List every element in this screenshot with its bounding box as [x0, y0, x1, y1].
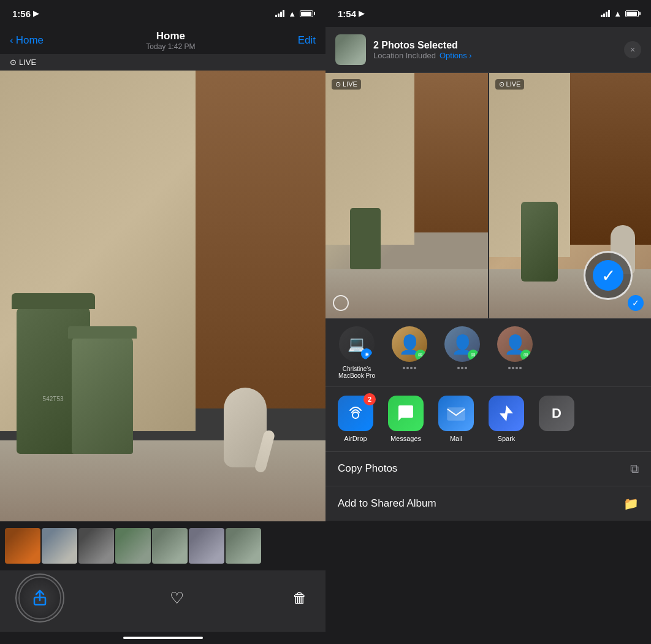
back-button[interactable]: ‹ Home [10, 34, 44, 47]
live-badge-photo1: ⊙ LIVE [332, 79, 361, 90]
right-battery-icon [625, 10, 639, 17]
location-arrow-icon: ▶ [33, 9, 39, 18]
live-label-photo2: ⊙ LIVE [499, 80, 521, 88]
add-shared-album-label: Add to Shared Album [338, 497, 436, 510]
live-bar: ⊙ LIVE [0, 54, 326, 71]
signal-bars-icon [275, 10, 284, 17]
spark-app-icon [489, 396, 524, 431]
shared-album-icon: 📁 [623, 496, 639, 511]
thumbnail-item[interactable] [115, 528, 151, 564]
nav-title-main: Home [146, 30, 195, 42]
delete-button[interactable]: 🗑 [292, 589, 307, 607]
contacts-row: 💻 ◉ Christine'sMacBook Pro 👤 ✉ [326, 318, 651, 386]
svg-point-1 [352, 412, 359, 418]
app-item-airdrop[interactable]: 2 AirDrop [335, 396, 376, 442]
select-circle-checked[interactable]: ✓ [584, 251, 633, 300]
chevron-left-icon: ‹ [10, 34, 13, 47]
message-badge-2: ✉ [468, 350, 479, 361]
right-signal-icon [601, 10, 610, 17]
contact-avatar-macbook: 💻 ◉ [339, 326, 375, 362]
contact-avatar-person1: 👤 ✉ [392, 326, 427, 362]
bottom-toolbar: ♡ 🗑 [0, 570, 326, 632]
airdrop-app-icon: 2 [338, 396, 373, 431]
copy-photos-label: Copy Photos [338, 462, 397, 475]
thumbnail-strip[interactable] [0, 521, 326, 570]
contact-dots-1 [403, 367, 416, 369]
contact-item-person2[interactable]: 👤 ✉ [441, 326, 484, 379]
small-check-icon: ✓ [628, 295, 644, 311]
close-icon: × [630, 45, 635, 55]
message-badge-3: ✉ [520, 350, 531, 361]
message-badge-1: ✉ [415, 350, 426, 361]
more-app-icon: D [539, 396, 574, 431]
copy-icon: ⧉ [630, 462, 639, 476]
photo-grid-item-1[interactable]: ⊙ LIVE [326, 73, 488, 318]
edit-button[interactable]: Edit [298, 34, 316, 47]
left-phone: 1:56 ▶ ▲ ‹ Home Home Today 1:42 PM [0, 0, 326, 644]
right-wifi-icon: ▲ [614, 9, 622, 18]
contact-item-macbook[interactable]: 💻 ◉ Christine'sMacBook Pro [335, 326, 378, 379]
spark-icon [496, 403, 517, 424]
message-icon-2: ✉ [471, 352, 476, 358]
share-options-link[interactable]: Options › [440, 51, 472, 60]
share-subtitle: Location Included Options › [373, 51, 617, 60]
share-button[interactable] [18, 577, 61, 619]
messages-label: Messages [390, 435, 421, 442]
airdrop-label: AirDrop [344, 435, 367, 442]
nav-title-group: Home Today 1:42 PM [146, 30, 195, 51]
time-text: 1:56 [12, 9, 31, 19]
contact-name-macbook: Christine'sMacBook Pro [338, 366, 375, 379]
message-icon-3: ✉ [523, 352, 528, 358]
left-status-bar: 1:56 ▶ ▲ [0, 0, 326, 27]
share-header: 2 Photos Selected Location Included Opti… [326, 27, 651, 73]
checkmark-icon: ✓ [593, 260, 623, 291]
photo-grid-item-2[interactable]: ⊙ LIVE ✓ ✓ [489, 73, 652, 318]
home-indicator [0, 632, 326, 644]
thumbnail-item[interactable] [42, 528, 77, 564]
share-close-button[interactable]: × [624, 41, 641, 58]
contact-item-person1[interactable]: 👤 ✉ [388, 326, 431, 379]
right-status-bar: 1:54 ▶ ▲ [326, 0, 651, 27]
home-bar [123, 637, 203, 639]
wifi-icon: ▲ [288, 9, 296, 18]
thumbnail-item[interactable] [5, 528, 40, 564]
airdrop-waves-icon: ◉ [365, 351, 369, 357]
right-status-icons: ▲ [601, 9, 639, 18]
battery-icon [300, 10, 313, 17]
contact-item-person3[interactable]: 👤 ✉ [493, 326, 536, 379]
photo-scene: 542T53 [0, 71, 326, 521]
nav-title-subtitle: Today 1:42 PM [146, 42, 195, 51]
svg-rect-2 [447, 408, 465, 420]
add-shared-album-action[interactable]: Add to Shared Album 📁 [326, 486, 651, 521]
app-item-messages[interactable]: Messages [386, 396, 426, 442]
fence-element [196, 71, 326, 408]
more-label-d: D [552, 405, 562, 421]
back-label: Home [16, 34, 44, 47]
contact-dots-2 [457, 367, 467, 369]
favorite-button[interactable]: ♡ [170, 589, 184, 608]
message-icon: ✉ [418, 352, 423, 358]
live-label-photo1: ⊙ LIVE [335, 80, 357, 88]
photo-scene-1 [326, 73, 488, 318]
mini-can-2 [521, 202, 558, 282]
live-label: LIVE [19, 58, 36, 67]
dog-body [224, 388, 267, 467]
app-item-mail[interactable]: Mail [436, 396, 476, 442]
left-nav-bar: ‹ Home Home Today 1:42 PM Edit [0, 27, 326, 54]
mail-icon [446, 403, 466, 424]
select-circle-1[interactable] [333, 295, 349, 311]
airdrop-badge-count: 2 [364, 393, 376, 405]
spark-label: Spark [498, 435, 516, 442]
share-info: 2 Photos Selected Location Included Opti… [373, 40, 617, 60]
main-photo[interactable]: 542T53 [0, 71, 326, 521]
copy-photos-action[interactable]: Copy Photos ⧉ [326, 451, 651, 486]
app-item-more[interactable]: D [536, 396, 577, 435]
thumbnail-item[interactable] [226, 528, 261, 564]
thumbnail-item[interactable] [152, 528, 188, 564]
thumbnail-item[interactable] [78, 528, 114, 564]
app-item-spark[interactable]: Spark [486, 396, 527, 442]
right-phone: 1:54 ▶ ▲ 2 Photos Selected Location In [326, 0, 651, 644]
thumbnail-item[interactable] [189, 528, 224, 564]
photo-grid[interactable]: ⊙ LIVE ⊙ LIVE ✓ ✓ [326, 73, 651, 318]
messages-app-icon [388, 396, 424, 431]
